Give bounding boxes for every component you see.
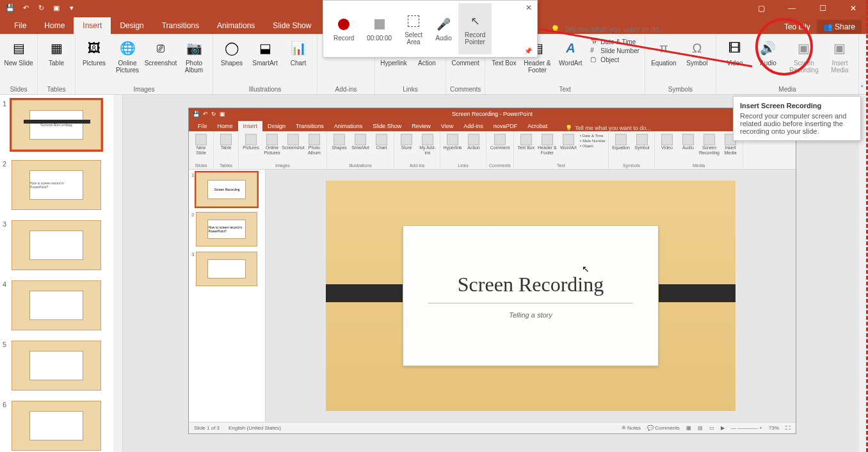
inner-fit-icon: ⛶ — [785, 425, 791, 431]
undo-icon[interactable]: ↶ — [20, 3, 31, 13]
inner-status-slide: Slide 1 of 3 — [194, 425, 220, 431]
record-panel-close-icon[interactable]: ✕ — [526, 3, 532, 12]
chart-icon: 📊 — [288, 38, 309, 58]
thumbnail-1[interactable]: 1 Screen Recording — [0, 95, 122, 155]
inner-save-icon: 💾 — [193, 111, 200, 117]
inner-ribbon-button: Photo Album — [305, 133, 324, 163]
tab-home[interactable]: Home — [35, 17, 74, 34]
window-controls: ▢ — ☐ ✕ — [751, 4, 863, 13]
select-area-button[interactable]: Select Area — [398, 3, 429, 54]
slide-number-button[interactable]: #Slide Number — [590, 47, 639, 54]
table-icon: ▦ — [46, 38, 67, 58]
insert-media-button[interactable]: ▣Insert Media — [825, 36, 855, 85]
inner-group: StoreMy Add-insAdd-ins — [394, 131, 440, 169]
slide-canvas[interactable]: 💾 ↶ ↻ ▣ Screen Recording - PowerPoint Fi… — [123, 95, 868, 452]
photo-album-button[interactable]: 📷Photo Album — [179, 36, 209, 85]
inner-tab-home: Home — [213, 121, 238, 131]
symbol-button[interactable]: ΩSymbol — [682, 36, 712, 85]
audio-button[interactable]: 🔊Audio — [753, 36, 783, 85]
collapse-ribbon-icon[interactable]: ˄ — [860, 85, 864, 93]
smartart-icon: ⬓ — [255, 38, 275, 58]
video-button[interactable]: 🎞Video — [720, 36, 750, 85]
slide-thumbnails[interactable]: 1 Screen Recording 2 How to screen recor… — [0, 95, 123, 452]
screenshot-button[interactable]: ⎚Screenshot — [146, 36, 175, 85]
date-time-button[interactable]: 📅Date & Time — [590, 38, 639, 45]
inner-status-comments: 💬 Comments — [647, 425, 680, 431]
shapes-button[interactable]: ◯Shapes — [217, 36, 246, 85]
record-dot-icon — [335, 16, 352, 33]
inner-tab-slide-show: Slide Show — [367, 121, 406, 131]
pictures-button[interactable]: 🖼Pictures — [79, 36, 109, 85]
video-icon: 🎞 — [725, 38, 745, 58]
close-icon[interactable]: ✕ — [844, 4, 863, 13]
tooltip-title: Insert Screen Recording — [740, 102, 854, 109]
tab-animations[interactable]: Animations — [208, 17, 264, 34]
inner-ribbon-button: Audio — [679, 133, 698, 163]
tab-design[interactable]: Design — [111, 17, 152, 34]
tell-me-input[interactable] — [564, 25, 679, 34]
shapes-icon: ◯ — [221, 38, 242, 58]
group-label-tables: Tables — [47, 85, 66, 93]
canvas-vertical-scrollbar[interactable] — [859, 95, 868, 452]
thumbnail-2[interactable]: 2 How to screen record in PowerPoint? — [0, 155, 122, 215]
tab-transitions[interactable]: Transitions — [153, 17, 208, 34]
inner-ribbon-button: Equation — [611, 133, 631, 163]
wordart-button[interactable]: AWordArt — [556, 36, 585, 85]
tab-slide-show[interactable]: Slide Show — [264, 17, 320, 34]
audio-icon: 🔊 — [758, 38, 778, 58]
inner-window-title: Screen Recording - PowerPoint — [452, 111, 533, 117]
group-label-addins: Add-ins — [335, 85, 357, 93]
microphone-icon: 🎤 — [435, 16, 452, 33]
group-illustrations: ◯Shapes ⬓SmartArt 📊Chart Illustrations — [213, 34, 317, 94]
record-button[interactable]: Record — [327, 3, 360, 54]
record-panel-pin-icon[interactable]: 📌 — [524, 47, 532, 54]
record-audio-button[interactable]: 🎤 Audio — [429, 3, 458, 54]
new-slide-icon: ▤ — [8, 38, 29, 58]
tab-file[interactable]: File — [5, 17, 35, 34]
thumbnail-6[interactable]: 6 — [0, 396, 122, 452]
pictures-icon: 🖼 — [84, 38, 104, 58]
screen-recording-button[interactable]: ▣Screen Recording — [787, 36, 821, 85]
table-button[interactable]: ▦ Table — [42, 36, 71, 85]
select-area-icon — [405, 13, 422, 29]
new-slide-button[interactable]: ▤ New Slide — [4, 36, 33, 85]
inner-lightbulb-icon: 💡 — [565, 125, 572, 131]
redo-icon[interactable]: ↻ — [36, 3, 46, 13]
thumbnail-5[interactable]: 5 — [0, 335, 122, 396]
slide-number-icon: # — [590, 47, 598, 54]
thumbnail-4[interactable]: 4 — [0, 275, 122, 335]
inner-powerpoint-screenshot: 💾 ↶ ↻ ▣ Screen Recording - PowerPoint Fi… — [188, 108, 796, 434]
minimize-icon[interactable]: — — [782, 4, 801, 13]
user-name[interactable]: Teo Lily — [784, 22, 810, 31]
screen-recording-icon: ▣ — [794, 38, 814, 58]
group-label-illustrations: Illustrations — [249, 85, 282, 93]
inner-undo-icon: ↶ — [203, 111, 208, 117]
smartart-button[interactable]: ⬓SmartArt — [250, 36, 280, 85]
group-label-slides: Slides — [10, 85, 27, 93]
save-icon[interactable]: 💾 — [5, 3, 15, 13]
inner-title-bar: 💾 ↶ ↻ ▣ Screen Recording - PowerPoint — [189, 108, 796, 120]
thumbnail-3[interactable]: 3 — [0, 215, 122, 275]
workspace: 1 Screen Recording 2 How to screen recor… — [0, 95, 868, 452]
screen-recording-toolbar: Record 00:00:00 Select Area 🎤 Audio ↖ Re… — [323, 0, 538, 58]
inner-tab-addins: Add-ins — [458, 121, 488, 131]
thumbnail-scrollbar[interactable] — [113, 95, 122, 452]
inner-tab-review: Review — [406, 121, 436, 131]
start-from-beginning-icon[interactable]: ▣ — [51, 3, 61, 13]
inner-tab-acrobat: Acrobat — [522, 121, 552, 131]
share-button[interactable]: 👥 Share — [817, 20, 862, 34]
record-pointer-button[interactable]: ↖ Record Pointer — [458, 3, 492, 54]
object-button[interactable]: ▢Object — [590, 56, 639, 63]
tab-insert[interactable]: Insert — [74, 17, 111, 34]
online-pictures-button[interactable]: 🌐Online Pictures — [113, 36, 142, 85]
inner-tab-insert: Insert — [238, 121, 263, 131]
group-symbols: πEquation ΩSymbol Symbols — [645, 34, 716, 94]
inner-redo-icon: ↻ — [211, 111, 216, 117]
tell-me-search[interactable]: 💡 — [551, 25, 679, 34]
chart-button[interactable]: 📊Chart — [284, 36, 313, 85]
ribbon-display-icon[interactable]: ▢ — [751, 4, 771, 13]
maximize-icon[interactable]: ☐ — [813, 4, 832, 13]
qat-dropdown-icon[interactable]: ▾ — [67, 3, 77, 13]
equation-button[interactable]: πEquation — [649, 36, 679, 85]
group-tables: ▦ Table Tables — [38, 34, 76, 94]
